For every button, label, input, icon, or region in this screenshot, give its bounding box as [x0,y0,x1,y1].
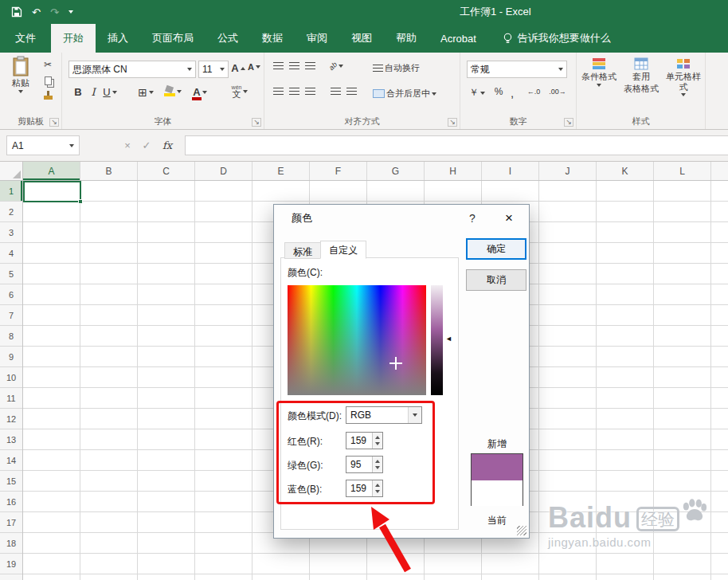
tab-acrobat[interactable]: Acrobat [429,24,488,53]
save-icon[interactable] [11,6,22,18]
column-header-A[interactable]: A [23,162,80,180]
column-header-L[interactable]: L [654,162,711,180]
column-header-K[interactable]: K [597,162,654,180]
row-header-1[interactable]: 1 [0,181,22,202]
copy-button[interactable] [40,76,56,85]
resize-grip[interactable] [517,526,526,535]
tab-help[interactable]: 帮助 [384,24,429,53]
bold-button[interactable]: B [72,86,84,98]
cancel-entry-button[interactable]: × [118,135,137,155]
number-dialog-launcher-icon[interactable]: ↘ [564,118,573,127]
row-header-3[interactable]: 3 [0,222,22,243]
enter-entry-button[interactable]: ✓ [137,135,156,155]
conditional-formatting-button[interactable]: 条件格式 [578,57,620,87]
decrease-indent-button[interactable] [328,88,342,96]
format-painter-button[interactable] [40,96,56,100]
undo-button[interactable]: ↶ [32,6,41,18]
column-header-J[interactable]: J [539,162,597,180]
clipboard-dialog-launcher-icon[interactable]: ↘ [49,118,59,127]
borders-button[interactable]: ⊞ [135,86,156,99]
decrease-decimal-button[interactable]: .00→ [546,88,569,96]
row-header-12[interactable]: 12 [0,409,22,429]
row-header-2[interactable]: 2 [0,202,22,222]
column-header-C[interactable]: C [138,162,195,180]
customize-qat-icon[interactable] [68,10,73,14]
merge-center-button[interactable]: 合并后居中 [373,88,459,100]
chevron-down-icon[interactable] [69,144,74,147]
column-header-H[interactable]: H [425,162,482,180]
tab-view[interactable]: 视图 [339,24,384,53]
column-header-F[interactable]: F [310,162,367,180]
close-icon[interactable]: × [494,205,524,232]
row-header-7[interactable]: 7 [0,305,22,326]
row-header-11[interactable]: 11 [0,388,22,409]
increase-indent-button[interactable] [344,88,358,96]
decrease-font-size-button[interactable]: A [247,62,261,72]
fill-handle[interactable] [78,199,83,204]
active-cell-selection[interactable] [23,181,81,202]
cut-button[interactable]: ✂ [40,59,56,70]
italic-button[interactable]: I [88,86,99,98]
tab-standard[interactable]: 标准 [284,242,321,259]
alignment-dialog-launcher-icon[interactable]: ↘ [448,118,457,127]
column-header-D[interactable]: D [195,162,252,180]
row-header-6[interactable]: 6 [0,284,22,305]
chevron-down-icon[interactable] [187,68,192,71]
orientation-button[interactable]: ab [327,62,346,70]
tab-data[interactable]: 数据 [250,24,295,53]
insert-function-button[interactable]: fx [158,135,177,155]
increase-font-size-button[interactable]: A [231,62,245,74]
row-header-4[interactable]: 4 [0,243,22,264]
color-gradient-picker[interactable] [288,285,426,395]
row-header-13[interactable]: 13 [0,429,22,450]
row-header-18[interactable]: 18 [0,533,22,554]
tab-formulas[interactable]: 公式 [205,24,250,53]
accounting-format-button[interactable]: ￥ [467,86,487,100]
paste-button[interactable]: 粘贴 [5,56,37,93]
comma-style-button[interactable]: , [507,86,518,100]
column-header-B[interactable]: B [80,162,138,180]
tab-review[interactable]: 审阅 [295,24,339,53]
percent-style-button[interactable]: % [492,86,505,97]
font-size-combo[interactable]: 11 [198,61,229,78]
format-as-table-button[interactable]: 套用 表格格式 [621,57,661,93]
tab-insert[interactable]: 插入 [96,24,140,53]
align-center-button[interactable] [287,88,301,96]
color-picker-crosshair[interactable] [389,357,402,370]
number-format-combo[interactable]: 常规 [467,61,567,78]
tell-me-box[interactable]: 告诉我你想要做什么 [493,24,620,53]
align-top-button[interactable] [271,62,285,70]
tab-page-layout[interactable]: 页面布局 [140,24,205,53]
row-header-15[interactable]: 15 [0,471,22,492]
tab-home[interactable]: 开始 [51,24,96,53]
luminance-slider-arrow[interactable]: ◄ [445,335,452,343]
underline-button[interactable]: U [100,86,119,98]
increase-decimal-button[interactable]: ←.0 [523,88,545,96]
wrap-text-button[interactable]: 自动换行 [373,62,452,74]
row-header-5[interactable]: 5 [0,264,22,284]
redo-button[interactable]: ↷ [50,6,59,18]
tab-file[interactable]: 文件 [0,24,51,53]
font-color-button[interactable]: A [190,86,210,98]
align-left-button[interactable] [271,88,285,96]
align-bottom-button[interactable] [303,62,317,70]
column-header-G[interactable]: G [367,162,425,180]
cell-styles-button[interactable]: 单元格样式 [663,57,704,96]
row-header-10[interactable]: 10 [0,367,22,388]
chevron-down-icon[interactable] [558,68,563,71]
align-middle-button[interactable] [287,62,301,70]
row-header-9[interactable]: 9 [0,347,22,367]
formula-input[interactable] [185,135,728,155]
cancel-button[interactable]: 取消 [466,269,526,291]
row-header-19[interactable]: 19 [0,554,22,574]
align-right-button[interactable] [303,88,317,96]
row-header-17[interactable]: 17 [0,512,22,533]
tab-custom[interactable]: 自定义 [320,241,366,259]
chevron-down-icon[interactable] [220,68,225,71]
name-box[interactable]: A1 [6,135,80,155]
select-all-corner[interactable] [0,162,23,181]
column-header-I[interactable]: I [482,162,539,180]
help-button[interactable]: ? [460,205,484,232]
row-header-16[interactable]: 16 [0,492,22,512]
luminance-strip[interactable] [431,285,443,395]
